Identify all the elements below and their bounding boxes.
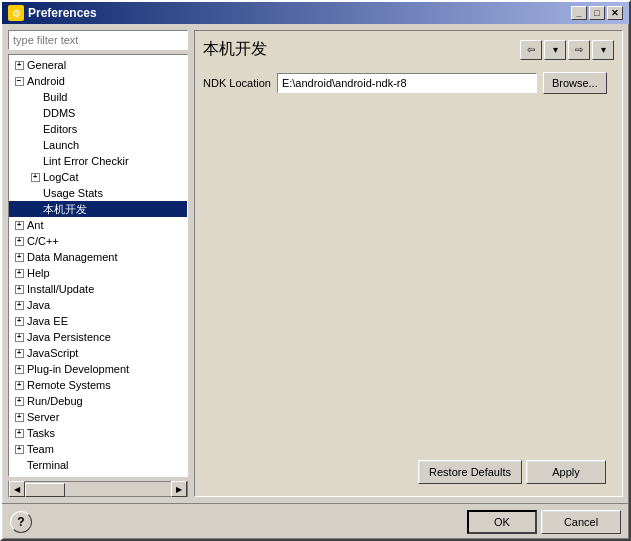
tree-item-usage-data[interactable]: +Usage Data Collector [9,473,187,476]
apply-button[interactable]: Apply [526,460,606,484]
tree-expander-team[interactable]: + [11,441,27,457]
tree-item-native-dev[interactable]: 本机开发 [9,201,187,217]
expand-box-server[interactable]: + [15,413,24,422]
tree-item-remote-systems[interactable]: +Remote Systems [9,377,187,393]
expand-box-tasks[interactable]: + [15,429,24,438]
tree-item-lint-error[interactable]: Lint Error Checkir [9,153,187,169]
tree-expander-editors[interactable] [27,121,43,137]
tree-item-terminal[interactable]: Terminal [9,457,187,473]
tree-item-team[interactable]: +Team [9,441,187,457]
nav-menu-button[interactable]: ▾ [592,40,614,60]
tree-item-android[interactable]: −Android [9,73,187,89]
tree-expander-usage-stats[interactable] [27,185,43,201]
tree-item-server[interactable]: +Server [9,409,187,425]
tree-item-java-persistence[interactable]: +Java Persistence [9,329,187,345]
tree-label-run-debug: Run/Debug [27,395,83,407]
tree-item-run-debug[interactable]: +Run/Debug [9,393,187,409]
tree-expander-server[interactable]: + [11,409,27,425]
tree-label-install-update: Install/Update [27,283,94,295]
expand-box-logcat[interactable]: + [31,173,40,182]
tree-expander-cpp[interactable]: + [11,233,27,249]
tree-expander-install-update[interactable]: + [11,281,27,297]
horizontal-scrollbar[interactable]: ◀ ▶ [8,481,188,497]
right-header: 本机开发 ⇦ ▾ ⇨ ▾ [203,39,614,60]
tree-expander-terminal[interactable] [11,457,27,473]
expand-box-cpp[interactable]: + [15,237,24,246]
tree-item-general[interactable]: +General [9,57,187,73]
tree-expander-javascript[interactable]: + [11,345,27,361]
expand-box-install-update[interactable]: + [15,285,24,294]
browse-button[interactable]: Browse... [543,72,607,94]
maximize-button[interactable]: □ [589,6,605,20]
tree-expander-plugin-dev[interactable]: + [11,361,27,377]
tree-item-ddms[interactable]: DDMS [9,105,187,121]
tree-label-server: Server [27,411,59,423]
restore-defaults-button[interactable]: Restore Defaults [418,460,522,484]
tree-item-java[interactable]: +Java [9,297,187,313]
scroll-left-button[interactable]: ◀ [9,481,25,497]
tree-expander-logcat[interactable]: + [27,169,43,185]
ndk-input[interactable] [277,73,537,93]
scroll-thumb[interactable] [25,483,65,497]
tree-item-help[interactable]: +Help [9,265,187,281]
expand-box-ant[interactable]: + [15,221,24,230]
tree-expander-lint-error[interactable] [27,153,43,169]
expand-box-data-mgmt[interactable]: + [15,253,24,262]
expand-box-plugin-dev[interactable]: + [15,365,24,374]
tree-label-remote-systems: Remote Systems [27,379,111,391]
tree-item-java-ee[interactable]: +Java EE [9,313,187,329]
expand-box-java[interactable]: + [15,301,24,310]
tree-item-editors[interactable]: Editors [9,121,187,137]
nav-dropdown-button[interactable]: ▾ [544,40,566,60]
tree-expander-usage-data[interactable]: + [11,473,27,476]
scroll-right-button[interactable]: ▶ [171,481,187,497]
close-button[interactable]: ✕ [607,6,623,20]
tree-expander-data-mgmt[interactable]: + [11,249,27,265]
tree-expander-help[interactable]: + [11,265,27,281]
filter-input[interactable] [8,30,188,50]
scroll-track [25,482,171,496]
expand-box-java-ee[interactable]: + [15,317,24,326]
ok-button[interactable]: OK [467,510,537,534]
minimize-button[interactable]: _ [571,6,587,20]
tree-expander-java-ee[interactable]: + [11,313,27,329]
tree-expander-ddms[interactable] [27,105,43,121]
tree-scroll[interactable]: +General−AndroidBuildDDMSEditorsLaunchLi… [9,55,187,476]
expand-box-general[interactable]: + [15,61,24,70]
tree-expander-java[interactable]: + [11,297,27,313]
expand-box-remote-systems[interactable]: + [15,381,24,390]
tree-expander-launch[interactable] [27,137,43,153]
tree-expander-general[interactable]: + [11,57,27,73]
tree-expander-android[interactable]: − [11,73,27,89]
tree-expander-build[interactable] [27,89,43,105]
tree-expander-remote-systems[interactable]: + [11,377,27,393]
expand-box-help[interactable]: + [15,269,24,278]
nav-forward-button[interactable]: ⇨ [568,40,590,60]
tree-expander-run-debug[interactable]: + [11,393,27,409]
tree-item-javascript[interactable]: +JavaScript [9,345,187,361]
tree-expander-tasks[interactable]: + [11,425,27,441]
tree-expander-java-persistence[interactable]: + [11,329,27,345]
ndk-location-row: NDK Location Browse... [203,72,614,94]
tree-label-terminal: Terminal [27,459,69,471]
cancel-button[interactable]: Cancel [541,510,621,534]
tree-item-logcat[interactable]: +LogCat [9,169,187,185]
expand-box-team[interactable]: + [15,445,24,454]
tree-item-build[interactable]: Build [9,89,187,105]
tree-expander-native-dev[interactable] [27,201,43,217]
tree-expander-ant[interactable]: + [11,217,27,233]
expand-box-run-debug[interactable]: + [15,397,24,406]
tree-item-cpp[interactable]: +C/C++ [9,233,187,249]
tree-item-launch[interactable]: Launch [9,137,187,153]
tree-item-ant[interactable]: +Ant [9,217,187,233]
expand-box-android[interactable]: − [15,77,24,86]
tree-item-data-mgmt[interactable]: +Data Management [9,249,187,265]
expand-box-javascript[interactable]: + [15,349,24,358]
nav-back-button[interactable]: ⇦ [520,40,542,60]
tree-item-plugin-dev[interactable]: +Plug-in Development [9,361,187,377]
tree-item-tasks[interactable]: +Tasks [9,425,187,441]
tree-item-install-update[interactable]: +Install/Update [9,281,187,297]
help-button[interactable]: ? [10,511,32,533]
expand-box-java-persistence[interactable]: + [15,333,24,342]
tree-item-usage-stats[interactable]: Usage Stats [9,185,187,201]
